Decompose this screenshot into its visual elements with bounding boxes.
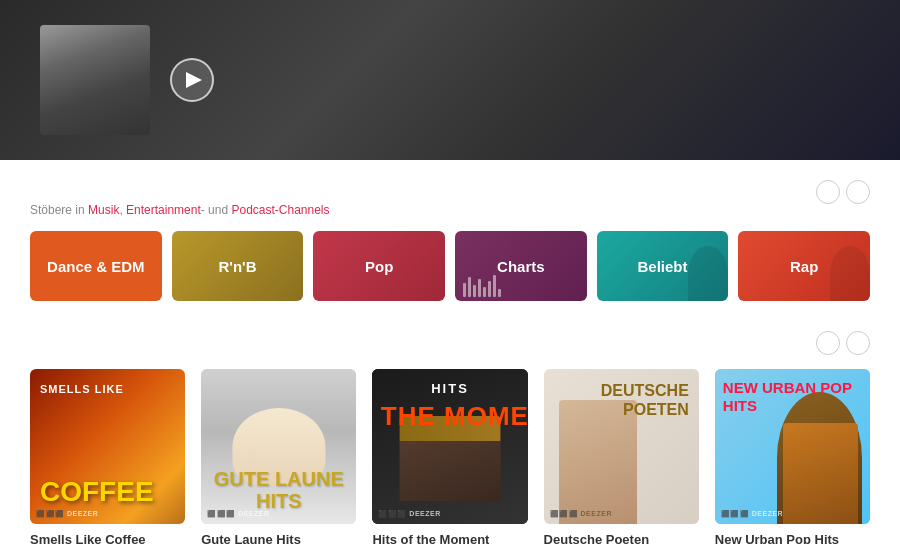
hero-banner [0,0,900,160]
thumb-main-4: NEW URBAN POPHITS [723,379,852,415]
playlist-grid: SMELLS LIKE COFFEE ⬛⬛⬛ DEEZER Smells Lik… [30,369,870,544]
playlist-name-2: Hits of the Moment [372,532,527,544]
playlists-prev-button[interactable] [816,331,840,355]
playlist-thumb-2: HITS OF THE MOMENT ⬛⬛⬛ DEEZER [372,369,527,524]
play-button[interactable] [170,58,214,102]
playlists-nav [816,331,870,355]
playlist-card-1[interactable]: GUTE LAUNEHITS ⬛⬛⬛ DEEZER Gute Laune Hit… [201,369,356,544]
genre-label-4: Beliebt [630,258,696,275]
thumb-top-2: HITS [431,381,469,396]
playlist-thumb-4: NEW URBAN POPHITS ⬛⬛⬛ DEEZER [715,369,870,524]
discover-subtitle: Stöbere in Musik, Entertainment- und Pod… [30,203,330,217]
deezer-mark-1: ⬛⬛⬛ DEEZER [207,510,269,518]
playlists-header [30,331,870,355]
playlist-name-1: Gute Laune Hits [201,532,356,544]
genre-label-0: Dance & EDM [39,258,153,275]
thumb-main-0: COFFEE [40,478,154,506]
discover-link-musik[interactable]: Musik [88,203,119,217]
playlist-name-0: Smells Like Coffee [30,532,185,544]
playlist-card-0[interactable]: SMELLS LIKE COFFEE ⬛⬛⬛ DEEZER Smells Lik… [30,369,185,544]
playlist-card-2[interactable]: HITS OF THE MOMENT ⬛⬛⬛ DEEZER Hits of th… [372,369,527,544]
playlist-card-4[interactable]: NEW URBAN POPHITS ⬛⬛⬛ DEEZER New Urban P… [715,369,870,544]
genre-label-3: Charts [489,258,553,275]
playlist-thumb-0: SMELLS LIKE COFFEE ⬛⬛⬛ DEEZER [30,369,185,524]
deezer-mark-3: ⬛⬛⬛ DEEZER [550,510,612,518]
discover-prev-button[interactable] [816,180,840,204]
genre-label-1: R'n'B [211,258,265,275]
thumb-main-2: OF THE MOMENT [372,401,527,432]
playlist-thumb-1: GUTE LAUNEHITS ⬛⬛⬛ DEEZER [201,369,356,524]
deezer-mark-4: ⬛⬛⬛ DEEZER [721,510,783,518]
genre-card-rap[interactable]: Rap [738,231,870,301]
genre-card-r-n-b[interactable]: R'n'B [172,231,304,301]
genre-card-charts[interactable]: Charts [455,231,587,301]
thumb-overlay-1: GUTE LAUNEHITS [201,468,356,512]
discover-next-button[interactable] [846,180,870,204]
genre-card-beliebt[interactable]: Beliebt [597,231,729,301]
playlist-thumb-3: DEUTSCHEPOETEN ⬛⬛⬛ DEEZER [544,369,699,524]
genre-card-pop[interactable]: Pop [313,231,445,301]
genre-grid: Dance & EDMR'n'BPopChartsBeliebtRap [30,231,870,301]
thumb-main-1: GUTE LAUNEHITS [201,468,356,512]
hero-album-art [40,25,150,135]
main-content: Stöbere in Musik, Entertainment- und Pod… [0,160,900,544]
genre-label-2: Pop [357,258,401,275]
deezer-mark-0: ⬛⬛⬛ DEEZER [36,510,98,518]
discover-link-entertainment[interactable]: Entertainment [126,203,201,217]
thumb-main-3: DEUTSCHEPOETEN [601,381,689,419]
discover-title[interactable] [30,180,330,200]
discover-header-left: Stöbere in Musik, Entertainment- und Pod… [30,180,330,217]
playlist-name-4: New Urban Pop Hits [715,532,870,544]
thumb-sub-0: SMELLS LIKE [40,383,124,395]
playlists-section: SMELLS LIKE COFFEE ⬛⬛⬛ DEEZER Smells Lik… [30,331,870,544]
discover-header: Stöbere in Musik, Entertainment- und Pod… [30,180,870,217]
playlist-name-3: Deutsche Poeten [544,532,699,544]
discover-link-podcast[interactable]: Podcast-Channels [231,203,329,217]
playlists-next-button[interactable] [846,331,870,355]
genre-label-5: Rap [782,258,826,275]
playlist-card-3[interactable]: DEUTSCHEPOETEN ⬛⬛⬛ DEEZER Deutsche Poete… [544,369,699,544]
discover-section: Stöbere in Musik, Entertainment- und Pod… [30,180,870,301]
deezer-mark-2: ⬛⬛⬛ DEEZER [378,510,440,518]
genre-card-dance---edm[interactable]: Dance & EDM [30,231,162,301]
discover-nav [816,180,870,204]
